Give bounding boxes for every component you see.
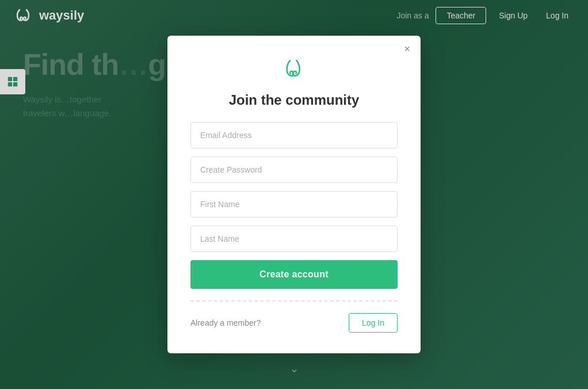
modal-dialog: × Join the community Create account Alre… (167, 36, 421, 353)
divider (190, 300, 398, 302)
modal-login-button[interactable]: Log In (349, 313, 398, 333)
password-input[interactable] (190, 157, 398, 183)
email-input[interactable] (190, 122, 398, 148)
lastname-input[interactable] (190, 226, 398, 252)
modal-logo (190, 56, 398, 84)
modal-logo-icon (281, 56, 307, 82)
close-button[interactable]: × (404, 44, 410, 54)
create-account-button[interactable]: Create account (190, 260, 398, 289)
modal-title: Join the community (190, 92, 398, 108)
modal-wrap: × Join the community Create account Alre… (0, 0, 588, 389)
modal-footer: Already a member? Log In (190, 313, 398, 333)
already-member-text: Already a member? (190, 318, 261, 327)
firstname-input[interactable] (190, 191, 398, 218)
